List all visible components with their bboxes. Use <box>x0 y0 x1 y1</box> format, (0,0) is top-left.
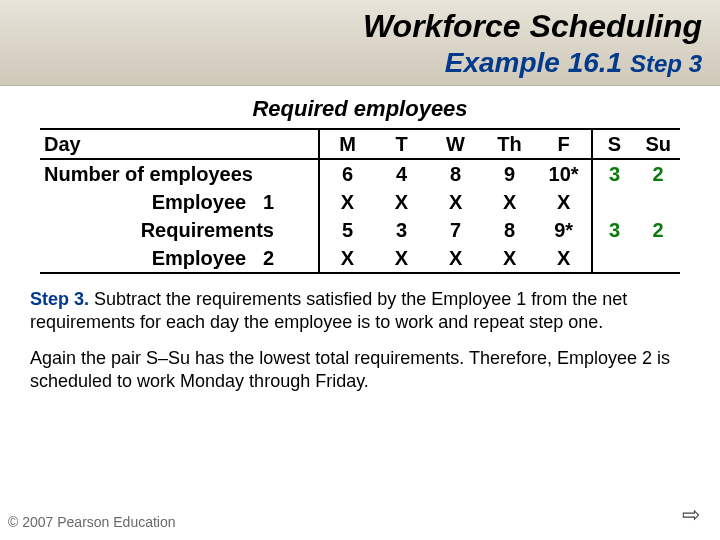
next-arrow-icon[interactable]: ⇨ <box>682 502 700 528</box>
table-row: Requirements 5 3 7 8 9* 3 2 <box>40 216 680 244</box>
table-row: Employee 1 X X X X X <box>40 188 680 216</box>
paragraph-body: Subtract the requirements satisfied by t… <box>30 289 627 332</box>
cell <box>636 188 680 216</box>
cell: 8 <box>483 216 537 244</box>
cell <box>592 188 637 216</box>
copyright-text: © 2007 Pearson Education <box>8 514 176 530</box>
paragraph-step3: Step 3. Subtract the requirements satisf… <box>30 288 690 333</box>
cell: X <box>537 188 592 216</box>
cell: 9 <box>483 159 537 188</box>
cell: 5 <box>319 216 374 244</box>
cell: 9* <box>537 216 592 244</box>
col-th: Th <box>483 129 537 159</box>
col-m: M <box>319 129 374 159</box>
row-label: Requirements <box>40 216 319 244</box>
row-label-text: Employee <box>152 191 246 213</box>
row-label-text: Employee <box>152 247 246 269</box>
cell: X <box>319 244 374 273</box>
cell <box>636 244 680 273</box>
schedule-table-wrap: Day M T W Th F S Su Number of employees … <box>0 128 720 274</box>
cell <box>592 244 637 273</box>
row-label: Employee 2 <box>40 244 319 273</box>
header-band: Workforce Scheduling Example 16.1 Step 3 <box>0 0 720 86</box>
col-w: W <box>429 129 483 159</box>
row-label: Employee 1 <box>40 188 319 216</box>
cell: 2 <box>636 216 680 244</box>
row-label: Number of employees <box>40 159 319 188</box>
table-row: Employee 2 X X X X X <box>40 244 680 273</box>
cell: X <box>483 244 537 273</box>
cell: X <box>375 188 429 216</box>
table-header-row: Day M T W Th F S Su <box>40 129 680 159</box>
row-label-num: 1 <box>263 191 274 213</box>
slide-subtitle: Example 16.1 Step 3 <box>18 47 702 79</box>
subtitle-step: Step 3 <box>630 50 702 77</box>
col-f: F <box>537 129 592 159</box>
section-label: Required employees <box>0 96 720 122</box>
subtitle-example: Example 16.1 <box>445 47 622 78</box>
col-su: Su <box>636 129 680 159</box>
cell: 2 <box>636 159 680 188</box>
cell: 7 <box>429 216 483 244</box>
cell: X <box>483 188 537 216</box>
slide-title: Workforce Scheduling <box>18 8 702 45</box>
cell: X <box>319 188 374 216</box>
schedule-table: Day M T W Th F S Su Number of employees … <box>40 128 680 274</box>
row-label-num: 2 <box>263 247 274 269</box>
col-s: S <box>592 129 637 159</box>
paragraph-conclusion: Again the pair S–Su has the lowest total… <box>30 347 690 392</box>
cell: 3 <box>592 216 637 244</box>
row-label-text: Requirements <box>141 219 274 241</box>
cell: 6 <box>319 159 374 188</box>
paragraph-lead: Step 3. <box>30 289 89 309</box>
day-header-cell: Day <box>40 129 319 159</box>
cell: 8 <box>429 159 483 188</box>
cell: X <box>537 244 592 273</box>
cell: X <box>429 188 483 216</box>
cell: X <box>375 244 429 273</box>
col-t: T <box>375 129 429 159</box>
cell: 10* <box>537 159 592 188</box>
cell: 3 <box>375 216 429 244</box>
cell: 4 <box>375 159 429 188</box>
cell: X <box>429 244 483 273</box>
cell: 3 <box>592 159 637 188</box>
table-row: Number of employees 6 4 8 9 10* 3 2 <box>40 159 680 188</box>
